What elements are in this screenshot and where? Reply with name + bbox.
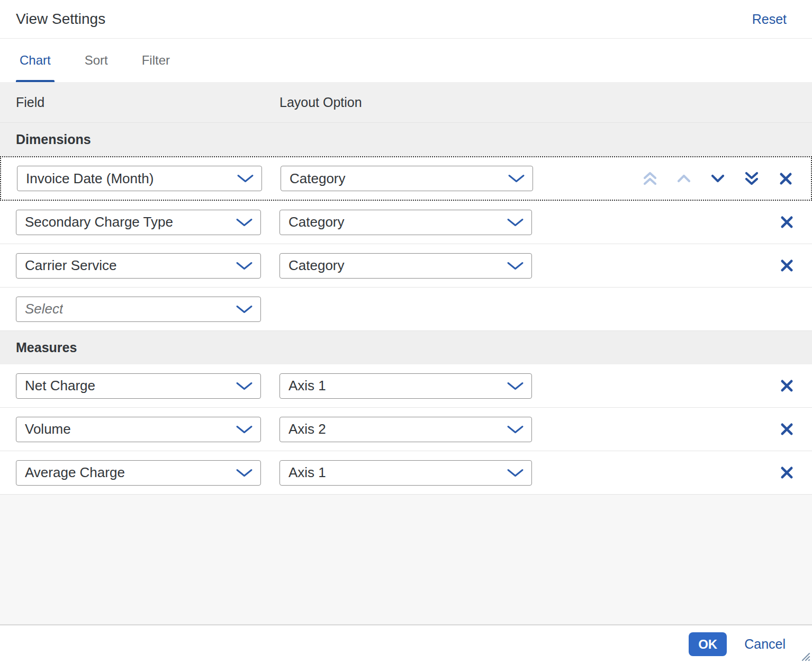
select-value: Average Charge bbox=[25, 464, 125, 481]
tab-label: Chart bbox=[20, 53, 51, 68]
chevron-down-icon bbox=[507, 382, 524, 390]
remove-row-button[interactable] bbox=[778, 378, 795, 395]
select-chevron bbox=[236, 382, 253, 390]
tab-filter[interactable]: Filter bbox=[142, 39, 170, 82]
dialog-footer: OK Cancel bbox=[0, 625, 812, 663]
cancel-button[interactable]: Cancel bbox=[744, 637, 786, 652]
double-chevron-down-icon bbox=[743, 170, 760, 187]
active-tab-underline bbox=[16, 80, 55, 82]
chevron-up-icon bbox=[675, 170, 692, 187]
select-chevron bbox=[507, 262, 524, 270]
chevron-down-icon bbox=[508, 174, 525, 183]
chevron-down-icon bbox=[507, 218, 524, 227]
x-mark-icon bbox=[779, 378, 795, 393]
field-row: Average ChargeAxis 1 bbox=[0, 451, 812, 495]
chevron-down-icon bbox=[507, 262, 524, 270]
field-row: Invoice Date (Month)Category bbox=[0, 156, 812, 201]
field-row: Secondary Charge TypeCategory bbox=[0, 201, 812, 244]
tab-chart[interactable]: Chart bbox=[20, 39, 51, 82]
field-select[interactable]: Secondary Charge Type bbox=[16, 210, 261, 235]
chevron-down-icon bbox=[236, 425, 253, 434]
tab-sort[interactable]: Sort bbox=[85, 39, 108, 82]
chevron-down-icon bbox=[236, 305, 253, 313]
select-value: Volume bbox=[25, 421, 71, 437]
section-header-measures: Measures bbox=[0, 331, 812, 364]
layout-option-select[interactable]: Category bbox=[279, 253, 532, 279]
chevron-down-icon bbox=[236, 382, 253, 390]
select-value: Axis 1 bbox=[288, 464, 326, 481]
chevron-down-icon bbox=[237, 174, 254, 183]
double-chevron-up-icon bbox=[642, 170, 658, 187]
column-header-row: Field Layout Option bbox=[0, 82, 812, 123]
layout-option-select[interactable]: Axis 2 bbox=[279, 417, 532, 442]
row-actions bbox=[778, 421, 795, 438]
remove-row-button[interactable] bbox=[778, 214, 795, 231]
layout-option-select[interactable]: Category bbox=[281, 166, 533, 191]
select-chevron bbox=[236, 469, 253, 477]
field-select[interactable]: Volume bbox=[16, 417, 261, 442]
x-mark-icon bbox=[779, 465, 795, 480]
select-chevron bbox=[236, 305, 253, 313]
empty-area bbox=[0, 495, 812, 625]
field-row: Net ChargeAxis 1 bbox=[0, 364, 812, 408]
column-header-field: Field bbox=[16, 95, 279, 110]
select-chevron bbox=[507, 218, 524, 227]
select-chevron bbox=[236, 262, 253, 270]
remove-row-button[interactable] bbox=[778, 421, 795, 438]
diagonal-grip-icon bbox=[799, 650, 810, 661]
move-to-top-button[interactable] bbox=[642, 170, 658, 187]
select-value: Select bbox=[25, 301, 63, 317]
select-chevron bbox=[236, 425, 253, 434]
move-to-bottom-button[interactable] bbox=[743, 170, 760, 187]
reset-button[interactable]: Reset bbox=[752, 12, 787, 27]
select-chevron bbox=[507, 425, 524, 434]
row-actions bbox=[778, 214, 795, 231]
field-row: Select bbox=[0, 288, 812, 331]
x-mark-icon bbox=[779, 422, 795, 437]
select-value: Axis 2 bbox=[288, 421, 326, 437]
section-title: Dimensions bbox=[16, 132, 91, 147]
field-select[interactable]: Net Charge bbox=[16, 373, 261, 399]
move-down-button[interactable] bbox=[709, 170, 726, 187]
remove-row-button[interactable] bbox=[777, 170, 794, 187]
chevron-down-icon bbox=[709, 170, 726, 187]
row-actions bbox=[642, 170, 794, 187]
tab-label: Filter bbox=[142, 53, 170, 68]
row-actions bbox=[778, 464, 795, 481]
x-mark-icon bbox=[779, 214, 795, 230]
field-select[interactable]: Invoice Date (Month) bbox=[17, 166, 262, 191]
select-value: Category bbox=[290, 171, 346, 187]
select-value: Axis 1 bbox=[288, 378, 326, 394]
column-header-layout: Layout Option bbox=[279, 95, 362, 110]
x-mark-icon bbox=[778, 171, 793, 186]
select-chevron bbox=[507, 469, 524, 477]
row-actions bbox=[778, 257, 795, 274]
field-row: Carrier ServiceCategory bbox=[0, 244, 812, 288]
tab-bar: ChartSortFilter bbox=[0, 39, 812, 82]
select-chevron bbox=[508, 174, 525, 183]
select-value: Carrier Service bbox=[25, 257, 116, 274]
x-mark-icon bbox=[779, 258, 795, 273]
section-title: Measures bbox=[16, 340, 77, 355]
field-row: VolumeAxis 2 bbox=[0, 408, 812, 451]
field-select[interactable]: Carrier Service bbox=[16, 253, 261, 279]
resize-grip-icon[interactable] bbox=[799, 650, 810, 661]
select-chevron bbox=[237, 174, 254, 183]
select-value: Net Charge bbox=[25, 378, 95, 394]
dialog-header: View Settings Reset bbox=[0, 0, 812, 39]
remove-row-button[interactable] bbox=[778, 464, 795, 481]
select-chevron bbox=[236, 218, 253, 227]
select-value: Secondary Charge Type bbox=[25, 214, 173, 230]
sections-container: DimensionsInvoice Date (Month)CategorySe… bbox=[0, 123, 812, 495]
field-select[interactable]: Select bbox=[16, 297, 261, 322]
remove-row-button[interactable] bbox=[778, 257, 795, 274]
field-select[interactable]: Average Charge bbox=[16, 460, 261, 486]
ok-button[interactable]: OK bbox=[689, 632, 727, 656]
layout-option-select[interactable]: Axis 1 bbox=[279, 460, 532, 486]
layout-option-select[interactable]: Category bbox=[279, 210, 532, 235]
page-title: View Settings bbox=[16, 11, 105, 28]
select-value: Category bbox=[288, 257, 345, 274]
layout-option-select[interactable]: Axis 1 bbox=[279, 373, 532, 399]
chevron-down-icon bbox=[236, 469, 253, 477]
move-up-button[interactable] bbox=[675, 170, 692, 187]
